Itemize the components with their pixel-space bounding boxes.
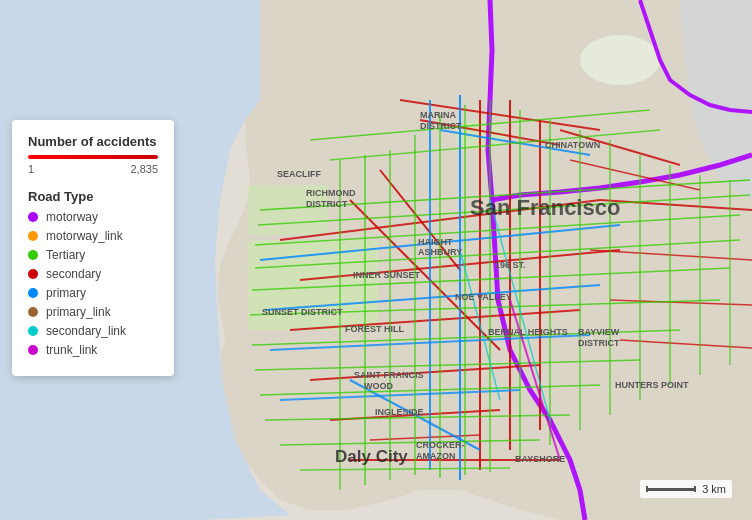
- svg-text:BERNAL HEIGHTS: BERNAL HEIGHTS: [488, 327, 568, 337]
- road-type-item: primary_link: [28, 305, 158, 319]
- road-type-item: secondary: [28, 267, 158, 281]
- road-type-label: motorway_link: [46, 229, 123, 243]
- scale-bar: 3 km: [640, 480, 732, 498]
- svg-text:AMAZON: AMAZON: [416, 451, 456, 461]
- svg-text:NOE VALLEY: NOE VALLEY: [455, 292, 512, 302]
- svg-text:HAIGHT: HAIGHT: [418, 237, 453, 247]
- svg-text:BAYVIEW: BAYVIEW: [578, 327, 620, 337]
- svg-text:INNER SUNSET: INNER SUNSET: [353, 270, 421, 280]
- svg-text:FOREST HILL: FOREST HILL: [345, 324, 404, 334]
- svg-text:SEACLIFF: SEACLIFF: [277, 169, 322, 179]
- svg-text:HUNTERS POINT: HUNTERS POINT: [615, 380, 689, 390]
- road-type-dot: [28, 326, 38, 336]
- svg-point-5: [580, 35, 660, 85]
- accidents-slider: 1 2,835: [28, 155, 158, 175]
- road-type-dot: [28, 231, 38, 241]
- road-type-label: secondary_link: [46, 324, 126, 338]
- svg-text:DISTRICT: DISTRICT: [578, 338, 620, 348]
- svg-text:ASHBURY: ASHBURY: [418, 247, 462, 257]
- slider-bar: [28, 155, 158, 159]
- svg-text:SAINT FRANCIS: SAINT FRANCIS: [354, 370, 424, 380]
- road-type-item: primary: [28, 286, 158, 300]
- road-type-title: Road Type: [28, 189, 158, 204]
- svg-text:San Francisco: San Francisco: [470, 195, 620, 220]
- road-type-dot: [28, 288, 38, 298]
- road-type-label: primary_link: [46, 305, 111, 319]
- road-type-label: secondary: [46, 267, 101, 281]
- scale-label: 3 km: [702, 483, 726, 495]
- road-type-section: Road Type motorwaymotorway_linkTertiarys…: [28, 189, 158, 357]
- svg-text:196 ST.: 196 ST.: [495, 260, 526, 270]
- svg-text:DISTRICT: DISTRICT: [420, 121, 462, 131]
- road-type-dot: [28, 307, 38, 317]
- road-type-label: primary: [46, 286, 86, 300]
- svg-text:DISTRICT: DISTRICT: [306, 199, 348, 209]
- slider-min: 1: [28, 163, 34, 175]
- svg-text:BAYSHORE: BAYSHORE: [515, 454, 565, 464]
- road-type-item: motorway_link: [28, 229, 158, 243]
- road-type-label: motorway: [46, 210, 98, 224]
- svg-text:SUNSET DISTRICT: SUNSET DISTRICT: [262, 307, 343, 317]
- svg-text:INGLESIDE: INGLESIDE: [375, 407, 424, 417]
- slider-max: 2,835: [130, 163, 158, 175]
- road-type-dot: [28, 345, 38, 355]
- slider-labels: 1 2,835: [28, 163, 158, 175]
- road-type-dot: [28, 212, 38, 222]
- scale-line: [646, 488, 696, 491]
- legend-panel: Number of accidents 1 2,835 Road Type mo…: [12, 120, 174, 376]
- svg-text:Daly City: Daly City: [335, 447, 408, 466]
- svg-text:CHINATOWN: CHINATOWN: [545, 140, 600, 150]
- road-type-item: secondary_link: [28, 324, 158, 338]
- road-type-dot: [28, 250, 38, 260]
- road-type-item: Tertiary: [28, 248, 158, 262]
- road-type-list: motorwaymotorway_linkTertiarysecondarypr…: [28, 210, 158, 357]
- road-type-dot: [28, 269, 38, 279]
- svg-text:WOOD: WOOD: [364, 381, 393, 391]
- svg-text:CROCKER-: CROCKER-: [416, 440, 465, 450]
- road-type-item: trunk_link: [28, 343, 158, 357]
- road-type-label: trunk_link: [46, 343, 97, 357]
- road-type-label: Tertiary: [46, 248, 85, 262]
- accidents-title: Number of accidents: [28, 134, 158, 149]
- svg-text:RICHMOND: RICHMOND: [306, 188, 356, 198]
- road-type-item: motorway: [28, 210, 158, 224]
- svg-text:MARINA: MARINA: [420, 110, 456, 120]
